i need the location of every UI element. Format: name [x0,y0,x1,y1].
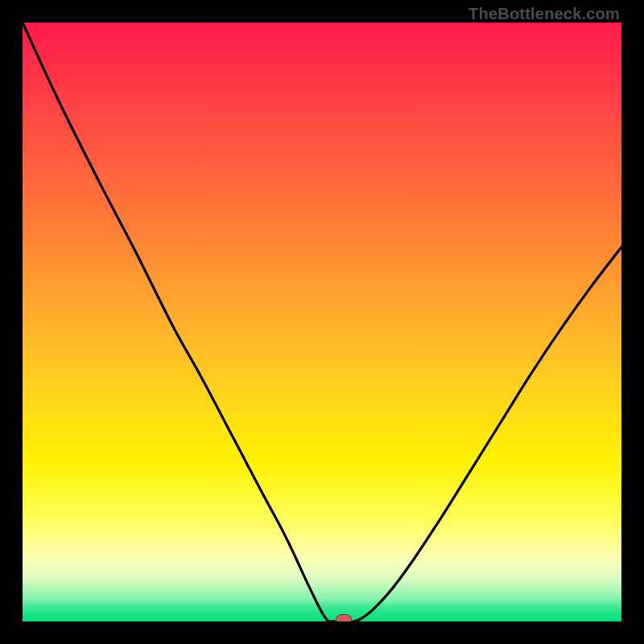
watermark-text: TheBottleneck.com [469,5,620,23]
chart-stage: TheBottleneck.com [0,0,644,644]
plot-area [23,23,621,621]
optimum-marker [336,614,352,621]
bottleneck-curve [23,23,621,621]
